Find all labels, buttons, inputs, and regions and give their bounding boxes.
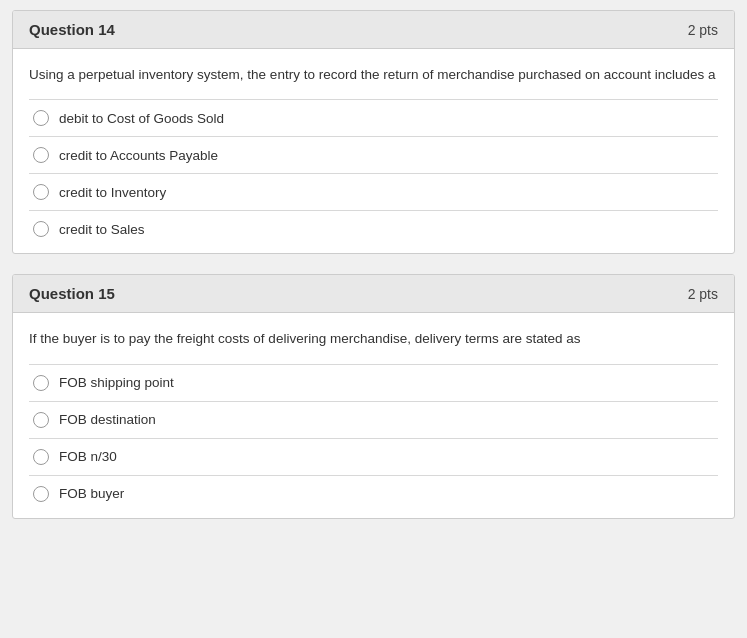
option-item-q14-1[interactable]: credit to Accounts Payable [29,136,718,173]
question-body-q14: Using a perpetual inventory system, the … [13,49,734,253]
radio-q15-3[interactable] [33,486,49,502]
options-list-q15: FOB shipping pointFOB destinationFOB n/3… [29,364,718,512]
radio-q14-3[interactable] [33,221,49,237]
radio-q14-1[interactable] [33,147,49,163]
option-label-q14-2: credit to Inventory [59,185,166,200]
option-label-q15-0: FOB shipping point [59,375,174,390]
question-card-q14: Question 142 ptsUsing a perpetual invent… [12,10,735,254]
option-label-q15-2: FOB n/30 [59,449,117,464]
question-text-q15: If the buyer is to pay the freight costs… [29,329,718,349]
options-list-q14: debit to Cost of Goods Soldcredit to Acc… [29,99,718,247]
option-item-q15-2[interactable]: FOB n/30 [29,438,718,475]
option-label-q15-1: FOB destination [59,412,156,427]
option-label-q14-1: credit to Accounts Payable [59,148,218,163]
question-card-q15: Question 152 ptsIf the buyer is to pay t… [12,274,735,518]
option-item-q14-0[interactable]: debit to Cost of Goods Sold [29,99,718,136]
question-points-q15: 2 pts [688,286,718,302]
question-header-q15: Question 152 pts [13,275,734,313]
question-title-q15: Question 15 [29,285,115,302]
question-body-q15: If the buyer is to pay the freight costs… [13,313,734,517]
radio-q14-0[interactable] [33,110,49,126]
radio-q15-0[interactable] [33,375,49,391]
question-points-q14: 2 pts [688,22,718,38]
question-text-q14: Using a perpetual inventory system, the … [29,65,718,85]
question-header-q14: Question 142 pts [13,11,734,49]
page-container: Question 142 ptsUsing a perpetual invent… [0,0,747,529]
radio-q15-2[interactable] [33,449,49,465]
option-label-q15-3: FOB buyer [59,486,124,501]
option-item-q15-1[interactable]: FOB destination [29,401,718,438]
option-label-q14-3: credit to Sales [59,222,145,237]
radio-q14-2[interactable] [33,184,49,200]
option-item-q15-3[interactable]: FOB buyer [29,475,718,512]
option-item-q14-2[interactable]: credit to Inventory [29,173,718,210]
option-item-q14-3[interactable]: credit to Sales [29,210,718,247]
question-title-q14: Question 14 [29,21,115,38]
radio-q15-1[interactable] [33,412,49,428]
option-item-q15-0[interactable]: FOB shipping point [29,364,718,401]
option-label-q14-0: debit to Cost of Goods Sold [59,111,224,126]
